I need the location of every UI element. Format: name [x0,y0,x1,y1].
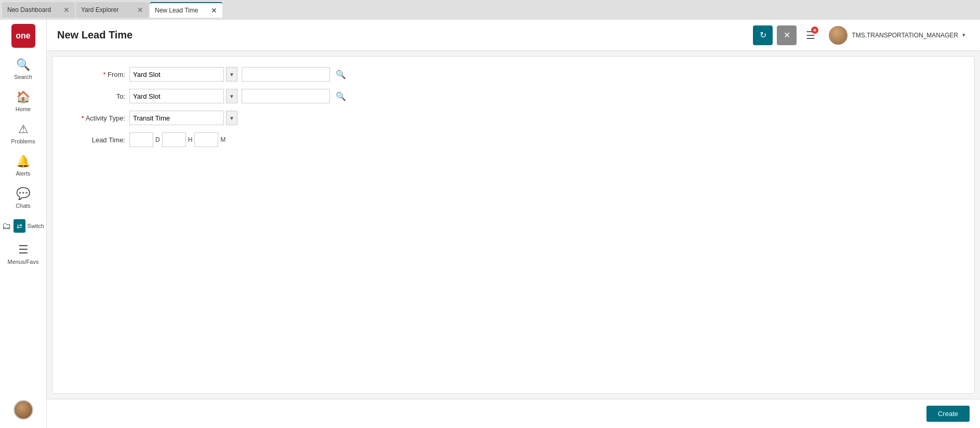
menu-button[interactable]: ☰ ★ [801,25,820,45]
tab-yard-explorer[interactable]: Yard Explorer ✕ [76,2,149,18]
from-row: * From: ▼ 🔍 [63,67,964,82]
lead-time-label: Lead Time: [63,136,125,144]
lead-time-row: Lead Time: D H M [63,132,964,147]
sidebar-item-home-label: Home [16,106,31,112]
switch-icon: ⇄ [14,219,25,233]
sidebar: one 🔍 Search 🏠 Home ⚠ Problems 🔔 Alerts … [0,20,47,428]
activity-type-input[interactable] [129,111,224,125]
chat-icon: 💬 [16,187,30,200]
tab-neo-dashboard-label: Neo Dashboard [7,6,51,14]
activity-required-asterisk: * [82,114,86,122]
activity-type-label: * Activity Type: [63,114,125,122]
sidebar-item-menus[interactable]: ☰ Menus/Favs [0,239,46,269]
sidebar-item-problems-label: Problems [11,138,35,144]
close-button[interactable]: ✕ [777,25,797,45]
lead-time-hours-input[interactable] [162,132,186,147]
from-search-button[interactable]: 🔍 [334,68,348,81]
lead-time-minutes-input[interactable] [194,132,218,147]
to-type-dropdown-btn[interactable]: ▼ [226,89,237,103]
header-actions: ↻ ✕ ☰ ★ TMS.TRANSPORTATION_MANAGER ▾ [753,24,970,47]
content-area: New Lead Time ↻ ✕ ☰ ★ TMS.TRANSPORTATION… [47,20,980,428]
menu-icon: ☰ [18,243,29,257]
from-required-asterisk: * [103,71,108,78]
form-container: * From: ▼ 🔍 To: ▼ [52,56,975,394]
sidebar-item-menus-label: Menus/Favs [8,259,39,265]
to-type-input[interactable] [129,89,224,103]
from-label: * From: [63,71,125,78]
to-search-button[interactable]: 🔍 [334,89,348,103]
sidebar-item-search[interactable]: 🔍 Search [0,54,46,84]
sidebar-item-alerts[interactable]: 🔔 Alerts [0,151,46,181]
user-name: TMS.TRANSPORTATION_MANAGER [852,32,958,39]
sidebar-item-search-label: Search [14,74,32,80]
create-button[interactable]: Create [926,406,970,422]
activity-type-dropdown-btn[interactable]: ▼ [226,111,237,125]
activity-type-select-wrapper: ▼ [129,111,237,125]
tab-new-lead-time-close[interactable]: ✕ [211,7,217,14]
page-title: New Lead Time [57,29,753,41]
sidebar-item-alerts-label: Alerts [16,170,30,177]
hours-unit-label: H [188,136,193,143]
sidebar-item-home[interactable]: 🏠 Home [0,86,46,116]
minutes-unit-label: M [220,136,226,143]
from-type-input[interactable] [129,67,224,82]
from-select-wrapper: ▼ [129,67,237,82]
form-footer: Create [47,399,980,428]
notification-badge: ★ [811,26,818,34]
from-type-dropdown-btn[interactable]: ▼ [226,67,237,82]
to-value-input[interactable] [242,89,330,103]
home-icon: 🏠 [16,90,30,104]
pages-icon: 🗂 [2,221,11,232]
to-label: To: [63,92,125,100]
days-unit-label: D [155,136,160,143]
tab-new-lead-time[interactable]: New Lead Time ✕ [150,2,222,18]
sidebar-item-chats-label: Chats [16,203,31,209]
activity-type-row: * Activity Type: ▼ [63,111,964,125]
page-header: New Lead Time ↻ ✕ ☰ ★ TMS.TRANSPORTATION… [47,20,980,51]
lead-time-days-input[interactable] [129,132,153,147]
tab-yard-explorer-label: Yard Explorer [81,6,118,14]
tab-neo-dashboard-close[interactable]: ✕ [63,6,70,14]
switch-label: Switch [28,223,44,229]
sidebar-item-chats[interactable]: 💬 Chats [0,183,46,213]
sidebar-item-switch[interactable]: 🗂 ⇄ Switch [0,215,46,237]
from-value-input[interactable] [242,67,330,82]
user-avatar [829,26,847,45]
tab-neo-dashboard[interactable]: Neo Dashboard ✕ [2,2,75,18]
tab-bar: Neo Dashboard ✕ Yard Explorer ✕ New Lead… [0,0,980,20]
tab-new-lead-time-label: New Lead Time [155,7,198,14]
user-dropdown[interactable]: TMS.TRANSPORTATION_MANAGER ▾ [825,24,970,47]
dropdown-arrow-icon: ▾ [962,32,965,38]
lead-time-inputs: D H M [129,132,226,147]
to-row: To: ▼ 🔍 [63,89,964,103]
sidebar-avatar[interactable] [14,396,33,424]
bell-icon: 🔔 [16,155,30,168]
search-icon: 🔍 [16,58,30,72]
tab-yard-explorer-close[interactable]: ✕ [137,6,143,14]
sidebar-item-problems[interactable]: ⚠ Problems [0,118,46,149]
warning-icon: ⚠ [18,123,29,136]
to-select-wrapper: ▼ [129,89,237,103]
refresh-button[interactable]: ↻ [753,25,773,45]
main-layout: one 🔍 Search 🏠 Home ⚠ Problems 🔔 Alerts … [0,20,980,428]
logo: one [11,24,35,48]
